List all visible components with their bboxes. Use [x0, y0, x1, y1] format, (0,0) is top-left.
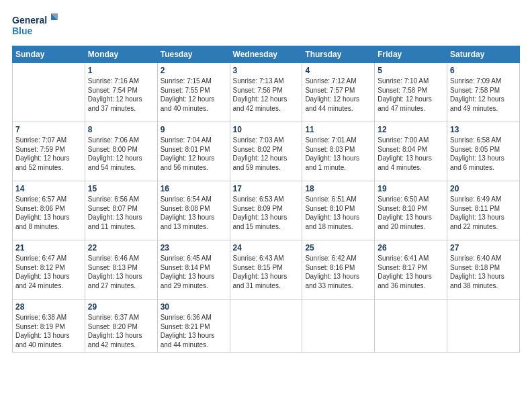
calendar-cell: 8Sunrise: 7:06 AM Sunset: 8:00 PM Daylig… — [85, 122, 157, 181]
day-info: Sunrise: 7:15 AM Sunset: 7:55 PM Dayligh… — [161, 77, 227, 113]
calendar-cell: 11Sunrise: 7:01 AM Sunset: 8:03 PM Dayli… — [302, 122, 375, 181]
calendar-cell: 20Sunrise: 6:49 AM Sunset: 8:11 PM Dayli… — [447, 181, 520, 240]
day-number: 17 — [233, 184, 300, 193]
day-info: Sunrise: 6:43 AM Sunset: 8:15 PM Dayligh… — [233, 254, 300, 290]
day-number: 2 — [161, 66, 227, 75]
day-info: Sunrise: 6:51 AM Sunset: 8:10 PM Dayligh… — [305, 195, 371, 231]
day-info: Sunrise: 7:07 AM Sunset: 7:59 PM Dayligh… — [15, 136, 82, 172]
day-number: 9 — [161, 125, 227, 134]
calendar-cell: 7Sunrise: 7:07 AM Sunset: 7:59 PM Daylig… — [13, 122, 85, 181]
day-number: 18 — [305, 184, 371, 193]
calendar-cell — [302, 300, 375, 353]
day-info: Sunrise: 6:50 AM Sunset: 8:10 PM Dayligh… — [378, 195, 444, 231]
svg-text:General: General — [12, 15, 47, 26]
day-info: Sunrise: 6:49 AM Sunset: 8:11 PM Dayligh… — [450, 195, 517, 231]
day-info: Sunrise: 7:12 AM Sunset: 7:57 PM Dayligh… — [305, 77, 371, 113]
day-info: Sunrise: 6:42 AM Sunset: 8:16 PM Dayligh… — [305, 254, 371, 290]
header: General Blue — [12, 12, 520, 39]
weekday-header-friday: Friday — [375, 46, 447, 63]
day-info: Sunrise: 6:38 AM Sunset: 8:19 PM Dayligh… — [15, 313, 82, 349]
day-number: 6 — [450, 66, 517, 75]
day-number: 15 — [88, 184, 154, 193]
day-info: Sunrise: 7:10 AM Sunset: 7:58 PM Dayligh… — [378, 77, 444, 113]
calendar-cell: 5Sunrise: 7:10 AM Sunset: 7:58 PM Daylig… — [375, 63, 447, 122]
day-number: 22 — [88, 243, 154, 253]
day-number: 7 — [15, 125, 82, 134]
calendar-cell — [375, 300, 447, 353]
calendar-cell: 29Sunrise: 6:37 AM Sunset: 8:20 PM Dayli… — [85, 300, 157, 353]
weekday-header-row: SundayMondayTuesdayWednesdayThursdayFrid… — [13, 46, 520, 63]
day-info: Sunrise: 7:06 AM Sunset: 8:00 PM Dayligh… — [88, 136, 154, 172]
day-number: 11 — [305, 125, 371, 134]
calendar-cell: 27Sunrise: 6:40 AM Sunset: 8:18 PM Dayli… — [447, 240, 520, 300]
day-info: Sunrise: 7:16 AM Sunset: 7:54 PM Dayligh… — [88, 77, 154, 113]
day-number: 19 — [378, 184, 444, 193]
calendar-cell: 15Sunrise: 6:56 AM Sunset: 8:07 PM Dayli… — [85, 181, 157, 240]
calendar-cell: 6Sunrise: 7:09 AM Sunset: 7:58 PM Daylig… — [447, 63, 520, 122]
calendar-cell: 17Sunrise: 6:53 AM Sunset: 8:09 PM Dayli… — [230, 181, 302, 240]
weekday-header-monday: Monday — [85, 46, 157, 63]
calendar-cell — [447, 300, 520, 353]
weekday-header-tuesday: Tuesday — [157, 46, 230, 63]
day-number: 21 — [15, 243, 82, 253]
calendar-week-row: 7Sunrise: 7:07 AM Sunset: 7:59 PM Daylig… — [13, 122, 520, 181]
calendar-cell: 13Sunrise: 6:58 AM Sunset: 8:05 PM Dayli… — [447, 122, 520, 181]
day-info: Sunrise: 6:40 AM Sunset: 8:18 PM Dayligh… — [450, 254, 517, 290]
calendar-week-row: 14Sunrise: 6:57 AM Sunset: 8:06 PM Dayli… — [13, 181, 520, 240]
weekday-header-wednesday: Wednesday — [230, 46, 302, 63]
day-number: 1 — [88, 66, 154, 75]
calendar-cell: 25Sunrise: 6:42 AM Sunset: 8:16 PM Dayli… — [302, 240, 375, 300]
calendar-cell: 10Sunrise: 7:03 AM Sunset: 8:02 PM Dayli… — [230, 122, 302, 181]
day-number: 30 — [161, 302, 227, 312]
day-info: Sunrise: 7:01 AM Sunset: 8:03 PM Dayligh… — [305, 136, 371, 172]
calendar-cell: 16Sunrise: 6:54 AM Sunset: 8:08 PM Dayli… — [157, 181, 230, 240]
day-number: 23 — [161, 243, 227, 253]
calendar-cell: 3Sunrise: 7:13 AM Sunset: 7:56 PM Daylig… — [230, 63, 302, 122]
weekday-header-sunday: Sunday — [13, 46, 85, 63]
day-info: Sunrise: 7:04 AM Sunset: 8:01 PM Dayligh… — [161, 136, 227, 172]
day-number: 4 — [305, 66, 371, 75]
day-number: 12 — [378, 125, 444, 134]
day-info: Sunrise: 6:41 AM Sunset: 8:17 PM Dayligh… — [378, 254, 444, 290]
calendar-cell: 22Sunrise: 6:46 AM Sunset: 8:13 PM Dayli… — [85, 240, 157, 300]
day-info: Sunrise: 6:36 AM Sunset: 8:21 PM Dayligh… — [161, 313, 227, 349]
day-number: 29 — [88, 302, 154, 312]
calendar-cell: 9Sunrise: 7:04 AM Sunset: 8:01 PM Daylig… — [157, 122, 230, 181]
calendar-cell: 26Sunrise: 6:41 AM Sunset: 8:17 PM Dayli… — [375, 240, 447, 300]
day-number: 5 — [378, 66, 444, 75]
day-info: Sunrise: 7:13 AM Sunset: 7:56 PM Dayligh… — [233, 77, 300, 113]
calendar-cell: 30Sunrise: 6:36 AM Sunset: 8:21 PM Dayli… — [157, 300, 230, 353]
day-number: 14 — [15, 184, 82, 193]
day-number: 10 — [233, 125, 300, 134]
day-number: 28 — [15, 302, 82, 312]
calendar-week-row: 1Sunrise: 7:16 AM Sunset: 7:54 PM Daylig… — [13, 63, 520, 122]
logo: General Blue — [12, 12, 59, 39]
calendar-cell: 2Sunrise: 7:15 AM Sunset: 7:55 PM Daylig… — [157, 63, 230, 122]
calendar-week-row: 28Sunrise: 6:38 AM Sunset: 8:19 PM Dayli… — [13, 300, 520, 353]
day-number: 3 — [233, 66, 300, 75]
weekday-header-saturday: Saturday — [447, 46, 520, 63]
calendar-cell — [13, 63, 85, 122]
calendar-cell: 12Sunrise: 7:00 AM Sunset: 8:04 PM Dayli… — [375, 122, 447, 181]
calendar-week-row: 21Sunrise: 6:47 AM Sunset: 8:12 PM Dayli… — [13, 240, 520, 300]
day-number: 8 — [88, 125, 154, 134]
day-info: Sunrise: 6:53 AM Sunset: 8:09 PM Dayligh… — [233, 195, 300, 231]
svg-text:Blue: Blue — [12, 26, 33, 36]
day-info: Sunrise: 6:45 AM Sunset: 8:14 PM Dayligh… — [161, 254, 227, 290]
day-info: Sunrise: 7:09 AM Sunset: 7:58 PM Dayligh… — [450, 77, 517, 113]
day-number: 27 — [450, 243, 517, 253]
day-number: 16 — [161, 184, 227, 193]
day-number: 26 — [378, 243, 444, 253]
calendar-table: SundayMondayTuesdayWednesdayThursdayFrid… — [12, 46, 520, 353]
day-number: 20 — [450, 184, 517, 193]
day-info: Sunrise: 6:46 AM Sunset: 8:13 PM Dayligh… — [88, 254, 154, 290]
day-number: 24 — [233, 243, 300, 253]
day-info: Sunrise: 6:54 AM Sunset: 8:08 PM Dayligh… — [161, 195, 227, 231]
day-info: Sunrise: 6:47 AM Sunset: 8:12 PM Dayligh… — [15, 254, 82, 290]
logo-svg: General Blue — [12, 12, 59, 39]
calendar-cell: 19Sunrise: 6:50 AM Sunset: 8:10 PM Dayli… — [375, 181, 447, 240]
day-info: Sunrise: 7:00 AM Sunset: 8:04 PM Dayligh… — [378, 136, 444, 172]
weekday-header-thursday: Thursday — [302, 46, 375, 63]
calendar-cell: 21Sunrise: 6:47 AM Sunset: 8:12 PM Dayli… — [13, 240, 85, 300]
calendar-cell: 28Sunrise: 6:38 AM Sunset: 8:19 PM Dayli… — [13, 300, 85, 353]
